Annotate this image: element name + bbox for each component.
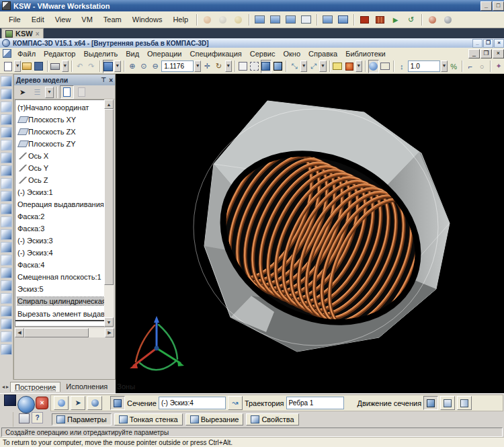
tab-properties[interactable]: Свойства (246, 413, 298, 425)
sphere-tool-icon[interactable] (368, 60, 379, 73)
scroll-right-icon[interactable]: ▶ (105, 328, 114, 337)
frame-tool-icon[interactable] (380, 60, 390, 73)
left-toolbar-button[interactable] (1, 178, 12, 189)
orientation-icon[interactable]: ⤡ (289, 60, 300, 73)
clock-icon[interactable] (425, 13, 439, 26)
mark-dropdown[interactable]: ▼ (355, 60, 362, 72)
tree-item-sketch-3[interactable]: (-) Эскиз:3 (15, 235, 104, 247)
kompas-restore-button[interactable]: ❐ (483, 39, 493, 48)
tree-item-sketch-1[interactable]: (-) Эскиз:1 (15, 186, 104, 198)
k-menu-window[interactable]: Окно (279, 49, 304, 58)
shaded-icon[interactable] (261, 60, 271, 73)
tree-vscroll-thumb[interactable] (104, 109, 114, 285)
left-toolbar-button[interactable] (1, 331, 12, 342)
tree-item-plane-xy[interactable]: Плоскость XY (15, 114, 104, 126)
power-on-icon[interactable] (231, 13, 245, 26)
mdi-minimize-button[interactable]: _ (468, 49, 480, 58)
vm-menu-edit[interactable]: Edit (27, 14, 49, 25)
disk-icon[interactable] (441, 13, 455, 26)
motion-parallel-icon[interactable] (440, 396, 455, 410)
left-toolbar-button[interactable] (1, 268, 12, 278)
power-off-icon[interactable] (200, 13, 214, 26)
create-object-button[interactable] (17, 396, 35, 413)
scroll-down-icon[interactable]: ▼ (104, 317, 114, 327)
left-toolbar-button[interactable] (1, 140, 12, 151)
rotate-dropdown[interactable]: ▼ (225, 60, 232, 72)
suspend-icon[interactable] (216, 13, 230, 26)
ratio-icon[interactable]: % (448, 60, 459, 73)
left-toolbar-button[interactable] (1, 153, 12, 163)
tree-vertical-scrollbar[interactable]: ▲ ▼ (104, 99, 114, 327)
tree-item-axis-z[interactable]: Ось Z (15, 174, 104, 186)
mdi-close-button[interactable]: × (493, 49, 504, 58)
save-icon[interactable] (34, 60, 44, 73)
zoom-window-icon[interactable]: ⊙ (138, 60, 149, 73)
vm-tab-close-icon[interactable]: × (36, 30, 40, 38)
tool-extra-icon[interactable]: ✦ (493, 60, 504, 73)
vm-menu-team[interactable]: Team (99, 14, 126, 25)
motion-ortho-icon[interactable] (457, 396, 472, 410)
undo-icon[interactable]: ↶ (75, 60, 85, 73)
left-toolbar-button[interactable] (1, 191, 12, 202)
build-mode-icon[interactable] (54, 396, 69, 410)
zoom-out-icon[interactable]: ⊖ (150, 60, 161, 73)
left-toolbar-button[interactable] (1, 101, 12, 112)
document-icon[interactable] (3, 49, 11, 58)
tree-item-plane-zy[interactable]: Плоскость ZY (15, 138, 104, 150)
tree-item-chamfer-3[interactable]: Фаска:3 (15, 222, 104, 235)
orientation-dropdown[interactable]: ▼ (300, 60, 307, 72)
redo-icon[interactable]: ↷ (86, 60, 97, 73)
rotate-icon[interactable]: ↻ (213, 60, 224, 73)
zoom-in-icon[interactable]: ⊕ (127, 60, 138, 73)
tab-scroll-right-icon[interactable]: ▸ (6, 384, 9, 390)
select-mode-icon[interactable]: ➤ (71, 396, 85, 410)
k-menu-select[interactable]: Выделить (79, 49, 122, 58)
pan-icon[interactable]: ✛ (202, 60, 212, 73)
request-window-icon[interactable] (19, 413, 30, 423)
left-toolbar-button[interactable] (1, 306, 12, 317)
k-menu-view[interactable]: Вид (122, 49, 143, 58)
kompas-close-button[interactable]: × (494, 39, 504, 48)
variables-icon[interactable] (103, 60, 114, 73)
mdi-restore-button[interactable]: ❐ (480, 49, 492, 58)
projection-icon[interactable]: ⤢ (308, 60, 319, 73)
tab-zones[interactable]: Зоны (113, 382, 139, 391)
tab-cutting[interactable]: Вырезание (185, 413, 244, 425)
new-document-dropdown[interactable]: ▼ (14, 60, 21, 72)
left-toolbar-button[interactable] (1, 280, 12, 291)
tree-item-chamfer-4[interactable]: Фаска:4 (15, 259, 104, 271)
interrupt-command-button[interactable]: ✕ (36, 397, 48, 409)
k-menu-editor[interactable]: Редактор (40, 49, 79, 58)
left-toolbar-button[interactable] (1, 344, 12, 355)
left-toolbar-button[interactable] (1, 127, 12, 138)
scale-value-dropdown[interactable]: ▼ (441, 60, 448, 72)
section-toggle-icon[interactable] (110, 396, 125, 410)
tree-filter-dropdown[interactable]: ▼ (45, 87, 54, 98)
tree-item-sketch-4[interactable]: (-) Эскиз:4 (15, 247, 104, 259)
mark-icon[interactable] (344, 60, 355, 73)
tab-versions[interactable]: Исполнения (62, 382, 112, 391)
left-toolbar-button[interactable] (1, 89, 12, 99)
k-menu-libraries[interactable]: Библиотеки (341, 49, 390, 58)
left-toolbar-button[interactable] (1, 242, 12, 253)
close-panel-icon[interactable]: × (109, 77, 113, 84)
vm-menu-vm[interactable]: VM (77, 14, 97, 25)
tree-filter-icon[interactable]: ☰ (30, 85, 44, 99)
trajectory-toggle-icon[interactable]: ↝ (228, 396, 243, 410)
left-toolbar-button[interactable] (1, 216, 12, 227)
left-toolbar-button[interactable] (1, 76, 12, 87)
vm-menu-help[interactable]: Help (168, 14, 193, 25)
snapshot-take-icon[interactable] (358, 13, 372, 26)
tree-item-plane-zx[interactable]: Плоскость ZX (15, 126, 104, 138)
variables-dropdown[interactable]: ▼ (114, 60, 121, 72)
summary-view-icon[interactable] (268, 13, 282, 26)
left-toolbar-button[interactable] (1, 114, 12, 125)
snapshot-manager-icon[interactable]: ↺ (404, 13, 418, 26)
snapshot-revert-icon[interactable] (373, 13, 387, 26)
left-toolbar-button[interactable] (1, 165, 12, 176)
tab-thin-wall[interactable]: Тонкая стенка (114, 413, 183, 425)
play-icon[interactable]: ▶ (388, 13, 403, 26)
scroll-up-icon[interactable]: ▲ (104, 99, 114, 109)
sketch-mode-icon[interactable] (87, 396, 102, 410)
fullscreen-icon[interactable] (299, 13, 313, 26)
